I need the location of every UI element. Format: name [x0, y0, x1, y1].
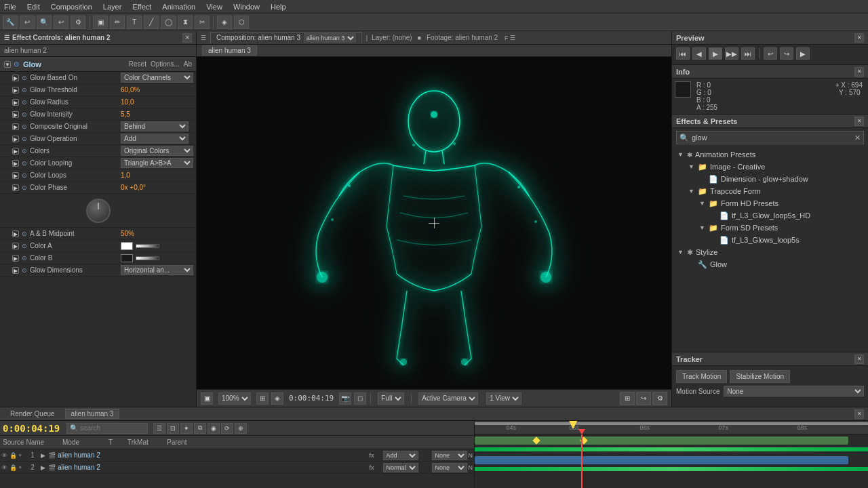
- color-a-expand[interactable]: ▶: [12, 243, 19, 249]
- tl-btn-7[interactable]: ⊕: [235, 423, 247, 434]
- track-fill-1[interactable]: [475, 436, 848, 445]
- layer-2-eye[interactable]: 👁: [1, 464, 8, 471]
- menu-item-window[interactable]: Window: [232, 3, 261, 11]
- preview-loop-back[interactable]: ↩: [764, 47, 777, 60]
- tl-btn-4[interactable]: ⧉: [194, 423, 206, 434]
- toolbar-btn-4[interactable]: ↩: [54, 16, 68, 29]
- menu-item-edit[interactable]: Edit: [26, 3, 41, 11]
- options-btn[interactable]: Options...: [151, 60, 180, 68]
- ab-midpoint-expand[interactable]: ▶: [12, 230, 19, 237]
- glow-threshold-expand[interactable]: ▶: [12, 87, 19, 94]
- comp-select[interactable]: alien human 3: [304, 33, 356, 43]
- layer-2-trkmat-select[interactable]: None: [432, 463, 467, 472]
- tree-form-sd-presets[interactable]: ▼ 📁 Form SD Presets: [672, 222, 868, 234]
- glow-dimensions-expand[interactable]: ▶: [12, 267, 19, 274]
- glow-intensity-value[interactable]: 5,5: [121, 110, 193, 118]
- layer-1-eye[interactable]: 👁: [1, 452, 8, 459]
- layer-2-mode-select[interactable]: Normal: [383, 463, 418, 472]
- preview-last-frame[interactable]: ⏭: [741, 47, 755, 60]
- preview-audio[interactable]: ▶: [796, 47, 810, 60]
- toolbar-text[interactable]: T: [127, 16, 142, 29]
- tl-btn-3[interactable]: ✦: [180, 423, 193, 434]
- effects-presets-close[interactable]: ✕: [854, 117, 864, 126]
- composite-original-select[interactable]: Behind: [121, 121, 189, 131]
- track-fill-2[interactable]: [475, 456, 848, 464]
- tree-tf-l3-glow-hd[interactable]: 📄 tf_L3_Glow_loop5s_HD: [672, 209, 868, 222]
- viewport-region-btn[interactable]: ▣: [201, 392, 213, 405]
- alien-human-3-tab[interactable]: alien human 3: [65, 409, 120, 419]
- layer-2-name-text[interactable]: alien human 2: [58, 464, 100, 471]
- tree-glow-effect[interactable]: 🔧 Glow: [672, 258, 868, 270]
- glow-based-on-expand[interactable]: ▶: [12, 75, 19, 81]
- motion-source-select[interactable]: None: [724, 386, 864, 396]
- viewport-settings-btn[interactable]: ⚙: [652, 392, 667, 405]
- search-clear-btn[interactable]: ✕: [854, 134, 861, 142]
- menu-item-help[interactable]: Help: [269, 3, 288, 11]
- ab-midpoint-value[interactable]: 50%: [121, 230, 193, 237]
- camera-select[interactable]: Active Camera: [418, 392, 478, 405]
- menu-item-view[interactable]: View: [205, 3, 224, 11]
- toolbar-btn-1[interactable]: 🔧: [3, 16, 18, 29]
- preview-first-frame[interactable]: ⏮: [676, 47, 690, 60]
- glow-intensity-expand[interactable]: ▶: [12, 111, 19, 118]
- playhead[interactable]: [581, 434, 583, 488]
- toolbar-btn-3[interactable]: 🔍: [37, 16, 52, 29]
- tree-image-creative[interactable]: ▼ 📁 Image - Creative: [672, 161, 868, 173]
- info-close[interactable]: ✕: [854, 67, 864, 77]
- preview-close[interactable]: ✕: [854, 33, 864, 43]
- tree-dimension-glow[interactable]: 📄 Dimension - glow+shadow: [672, 173, 868, 185]
- viewport-grid-btn[interactable]: ⊞: [256, 392, 269, 405]
- effect-panel-close[interactable]: ✕: [182, 33, 192, 43]
- ab-btn[interactable]: Ab: [184, 60, 192, 68]
- tl-btn-6[interactable]: ⟳: [221, 423, 233, 434]
- tl-btn-1[interactable]: ☰: [153, 423, 165, 434]
- layer-1-name-text[interactable]: alien human 2: [58, 451, 100, 459]
- effects-search-input[interactable]: [692, 134, 852, 142]
- work-area-bar[interactable]: [475, 422, 868, 425]
- layer-1-lock[interactable]: 🔒: [9, 452, 16, 459]
- preview-step-back[interactable]: ◀: [692, 47, 706, 60]
- color-phase-expand[interactable]: ▶: [12, 184, 19, 191]
- viewport-camera-btn[interactable]: 📷: [339, 392, 351, 405]
- tracker-close[interactable]: ✕: [854, 354, 864, 364]
- layer-1-solo[interactable]: ⚬: [18, 452, 24, 459]
- preview-play[interactable]: ▶: [709, 47, 722, 60]
- menu-item-composition[interactable]: Composition: [50, 3, 94, 11]
- comp-breadcrumb-tab[interactable]: alien human 3: [202, 45, 257, 56]
- toolbar-btn-5[interactable]: ⚙: [71, 16, 85, 29]
- quality-select[interactable]: Full: [378, 392, 404, 405]
- layer-2-solo[interactable]: ⚬: [18, 464, 24, 471]
- view-select[interactable]: 1 View: [486, 392, 521, 405]
- color-looping-expand[interactable]: ▶: [12, 160, 19, 167]
- toolbar-3d[interactable]: ⬡: [234, 16, 249, 29]
- color-looping-select[interactable]: Triangle A>B>A: [121, 158, 193, 168]
- toolbar-paint[interactable]: ╱: [144, 16, 159, 29]
- tree-stylize[interactable]: ▼ ✱ Stylize: [672, 246, 868, 258]
- zoom-select[interactable]: 100%: [218, 392, 251, 405]
- viewport-snap-btn[interactable]: ◈: [271, 392, 283, 405]
- glow-threshold-value[interactable]: 60,0%: [121, 86, 193, 94]
- color-loops-value[interactable]: 1,0: [121, 171, 193, 179]
- glow-dimensions-select[interactable]: Horizontal an...: [121, 265, 193, 275]
- menu-item-animation[interactable]: Animation: [161, 3, 197, 11]
- layer-1-play[interactable]: ▶: [41, 452, 45, 459]
- menu-item-file[interactable]: File: [3, 3, 18, 11]
- viewport[interactable]: [197, 57, 671, 389]
- color-phase-value[interactable]: 0x +0,0°: [121, 184, 193, 191]
- glow-radius-expand[interactable]: ▶: [12, 99, 19, 106]
- glow-colors-expand[interactable]: ▶: [12, 148, 19, 155]
- preview-step-forward[interactable]: ▶▶: [725, 47, 738, 60]
- render-queue-tab[interactable]: Render Queue: [4, 409, 61, 419]
- tree-tf-l3-glows-sd[interactable]: 📄 tf_L3_Glows_loop5s: [672, 234, 868, 246]
- color-phase-dial[interactable]: [86, 199, 111, 223]
- glow-operation-expand[interactable]: ▶: [12, 136, 19, 142]
- layer-2-lock[interactable]: 🔒: [9, 464, 16, 471]
- menu-item-effect[interactable]: Effect: [131, 3, 153, 11]
- toolbar-snap[interactable]: ◈: [217, 16, 232, 29]
- timeline-search-input[interactable]: [66, 423, 148, 434]
- track-motion-btn[interactable]: Track Motion: [676, 370, 727, 383]
- preview-loop-forward[interactable]: ↪: [780, 47, 793, 60]
- stabilize-motion-btn[interactable]: Stabilize Motion: [730, 370, 790, 383]
- toolbar-pen[interactable]: ✏: [110, 16, 125, 29]
- tree-animation-presets[interactable]: ▼ ✱ Animation Presets: [672, 148, 868, 161]
